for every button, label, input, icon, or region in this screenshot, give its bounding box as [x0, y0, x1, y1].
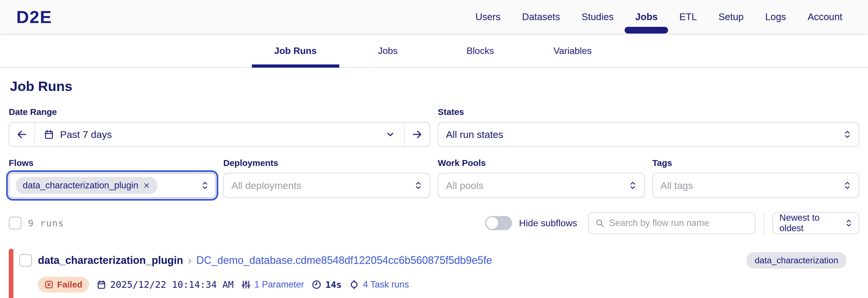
hide-subflows-label[interactable]: Hide subflows	[519, 218, 577, 229]
run-title-row: data_characterization_plugin › DC_demo_d…	[19, 252, 859, 269]
work-pools-label: Work Pools	[438, 158, 645, 168]
jobs-tabbar: Job Runs Jobs Blocks Variables	[0, 34, 868, 68]
tags-filter: Tags All tags	[652, 158, 859, 198]
flow-tag-chip-label: data_characterization_plugin	[23, 180, 138, 191]
brand-logo[interactable]: D2E	[16, 7, 52, 27]
sort-select[interactable]: Newest to oldest	[772, 212, 859, 234]
run-timestamp: 2025/12/22 10:14:34 AM	[96, 279, 234, 290]
run-body: data_characterization_plugin › DC_demo_d…	[13, 249, 859, 298]
date-range-filter: Date Range Past 7 days	[9, 107, 430, 147]
date-next-button[interactable]	[404, 122, 430, 146]
run-parameters-link[interactable]: 1 Parameter	[254, 279, 304, 290]
tab-jobs[interactable]: Jobs	[344, 34, 432, 67]
tab-job-runs-label: Job Runs	[274, 46, 317, 56]
run-task-runs: 4 Task runs	[349, 279, 409, 290]
run-timestamp-value: 2025/12/22 10:14:34 AM	[110, 279, 234, 290]
date-range-control: Past 7 days	[9, 122, 430, 147]
flow-run-list-item: data_characterization_plugin › DC_demo_d…	[9, 249, 859, 298]
search-box	[588, 212, 755, 234]
deployments-select[interactable]: All deployments	[223, 173, 430, 198]
clock-icon	[312, 280, 321, 290]
task-runs-icon	[349, 280, 359, 290]
nav-item-account[interactable]: Account	[808, 0, 842, 34]
remove-flow-tag-icon[interactable]	[143, 182, 150, 189]
select-chevrons-icon	[414, 180, 422, 191]
date-prev-button[interactable]	[9, 122, 35, 146]
flow-tag-chip: data_characterization_plugin	[16, 177, 157, 194]
run-tag-chip[interactable]: data_characterization	[746, 252, 846, 269]
deployments-placeholder: All deployments	[231, 180, 301, 191]
job-runs-page: Job Runs Date Range Past 7 days States	[0, 78, 868, 298]
sliders-icon	[241, 280, 251, 289]
flows-filter: Flows data_characterization_plugin	[9, 158, 216, 198]
toolbar-right: Hide subflows Newest to oldest	[485, 211, 859, 235]
run-flow-name[interactable]: data_characterization_plugin	[38, 254, 183, 267]
select-chevrons-icon	[201, 180, 209, 191]
active-tab-indicator	[252, 64, 339, 68]
search-input[interactable]	[609, 218, 748, 228]
run-checkbox[interactable]	[19, 254, 32, 267]
run-task-runs-link[interactable]: 4 Task runs	[363, 279, 409, 290]
nav-item-jobs[interactable]: Jobs	[635, 0, 657, 34]
hide-subflows-toggle[interactable]	[485, 216, 512, 230]
tab-job-runs[interactable]: Job Runs	[252, 34, 339, 67]
flows-select[interactable]: data_characterization_plugin	[9, 173, 216, 198]
nav-item-setup[interactable]: Setup	[718, 0, 744, 34]
nav-item-users[interactable]: Users	[475, 0, 500, 34]
select-all-checkbox[interactable]	[9, 217, 22, 230]
chevron-down-icon	[385, 129, 395, 139]
work-pools-filter: Work Pools All pools	[438, 158, 645, 198]
flows-label: Flows	[9, 158, 216, 168]
date-range-value: Past 7 days	[60, 129, 112, 140]
run-duration-value: 14s	[325, 279, 342, 290]
nav-item-logs[interactable]: Logs	[765, 0, 786, 34]
deployments-filter: Deployments All deployments	[223, 158, 430, 198]
work-pools-select[interactable]: All pools	[438, 173, 645, 198]
nav-item-jobs-label: Jobs	[635, 11, 657, 23]
failed-x-icon	[44, 280, 54, 289]
calendar-icon	[44, 129, 54, 140]
select-chevrons-icon	[629, 180, 637, 191]
states-value: All run states	[446, 129, 503, 140]
states-select[interactable]: All run states	[438, 122, 859, 147]
states-filter: States All run states	[438, 107, 859, 147]
arrow-left-icon	[16, 129, 27, 140]
runs-toolbar: 9 runs Hide subflows Newest to oldest	[9, 211, 859, 235]
run-duration: 14s	[312, 279, 342, 290]
tags-placeholder: All tags	[660, 180, 693, 191]
select-chevrons-icon	[843, 180, 851, 191]
breadcrumb-chevron: ›	[188, 254, 191, 267]
runs-count: 9 runs	[28, 218, 64, 228]
deployments-label: Deployments	[223, 158, 430, 168]
nav-item-etl[interactable]: ETL	[679, 0, 697, 34]
run-state-bar	[9, 249, 13, 298]
top-navbar: D2E Users Datasets Studies Jobs ETL Setu…	[0, 0, 868, 34]
run-name-link[interactable]: DC_demo_database.cdme8548df122054cc6b560…	[196, 254, 492, 267]
nav-item-studies[interactable]: Studies	[582, 0, 614, 34]
tags-label: Tags	[652, 158, 859, 168]
toggle-knob	[486, 217, 498, 229]
date-range-label: Date Range	[9, 107, 430, 117]
filters-grid: Date Range Past 7 days States All run st…	[9, 107, 859, 198]
page-title: Job Runs	[10, 78, 859, 94]
calendar-icon	[96, 280, 106, 290]
select-chevrons-icon	[843, 129, 851, 140]
primary-nav: Users Datasets Studies Jobs ETL Setup Lo…	[475, 0, 842, 34]
select-chevrons-icon	[845, 218, 852, 228]
arrow-right-icon	[411, 129, 423, 140]
nav-item-datasets[interactable]: Datasets	[522, 0, 560, 34]
tab-blocks[interactable]: Blocks	[437, 34, 524, 67]
toolbar-divider	[764, 211, 764, 235]
work-pools-placeholder: All pools	[446, 180, 484, 191]
search-icon	[595, 218, 604, 228]
tab-variables[interactable]: Variables	[529, 34, 616, 67]
run-state-badge: Failed	[38, 277, 89, 293]
active-nav-indicator	[625, 27, 668, 33]
date-range-select[interactable]: Past 7 days	[35, 129, 404, 140]
sort-value: Newest to oldest	[779, 213, 845, 234]
states-label: States	[438, 107, 859, 117]
run-parameters: 1 Parameter	[241, 279, 304, 290]
tags-select[interactable]: All tags	[652, 173, 859, 198]
run-meta-row: Failed 2025/12/22 10:14:34 AM 1 Paramete…	[38, 277, 859, 293]
run-state-label: Failed	[57, 280, 83, 290]
